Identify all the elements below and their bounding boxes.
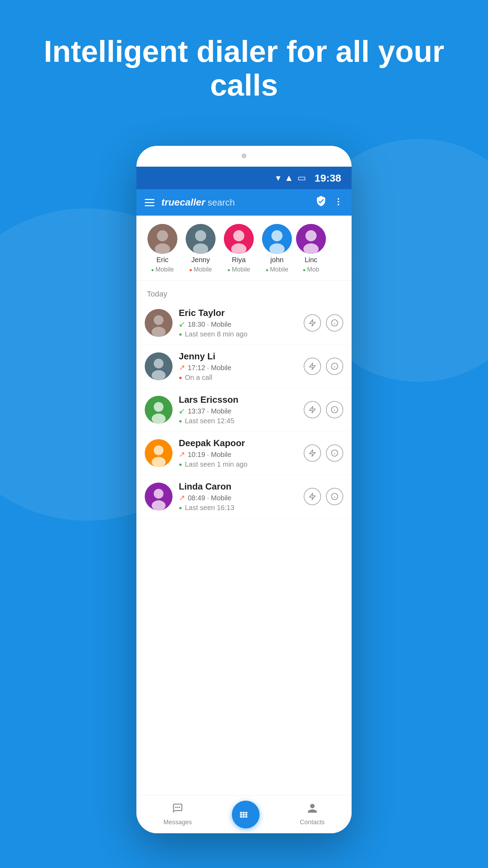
search-field[interactable]: truecaller search xyxy=(161,197,309,208)
section-today: Today xyxy=(136,284,352,301)
info-button-eric-taylor[interactable] xyxy=(326,314,343,332)
svg-marker-42 xyxy=(310,450,315,456)
svg-point-4 xyxy=(157,230,168,241)
svg-rect-56 xyxy=(240,812,242,813)
call-item-eric-taylor[interactable]: Eric Taylor ↙ 18:30 · Mobile ● Last seen… xyxy=(136,301,352,345)
status-text-lars-ericsson: Last seen 12:45 xyxy=(185,417,234,425)
contacts-icon xyxy=(307,803,318,817)
shield-button[interactable] xyxy=(315,195,327,209)
call-avatar-deepak-kapoor xyxy=(145,439,173,467)
call-avatar-eric-taylor xyxy=(145,309,173,337)
call-status-linda-caron: ● Last seen 16:13 xyxy=(179,504,297,512)
call-info-linda-caron: Linda Caron ↗ 08:49 · Mobile ● Last seen… xyxy=(179,481,297,512)
svg-point-26 xyxy=(154,359,163,368)
svg-point-53 xyxy=(175,807,176,808)
status-time: 19:38 xyxy=(314,172,341,184)
battery-icon: ▭ xyxy=(297,173,306,183)
svg-rect-58 xyxy=(245,812,247,813)
flash-button-lars-ericsson[interactable] xyxy=(304,401,321,418)
contact-type-jenny: ● Mobile xyxy=(189,266,212,273)
call-item-deepak-kapoor[interactable]: Deepak Kapoor ↗ 10:19 · Mobile ● Last se… xyxy=(136,432,352,475)
contact-item-linda-partial[interactable]: Linc ● Mob xyxy=(296,224,326,273)
svg-point-1 xyxy=(338,201,339,202)
call-name-deepak-kapoor: Deepak Kapoor xyxy=(179,438,297,449)
search-bar: truecaller search xyxy=(136,189,352,216)
status-text-eric-taylor: Last seen 8 min ago xyxy=(185,330,247,338)
call-avatar-linda-caron xyxy=(145,483,173,510)
svg-point-55 xyxy=(179,807,180,808)
call-status-jenny-li: ● On a call xyxy=(179,374,297,382)
svg-marker-28 xyxy=(310,363,315,369)
svg-point-33 xyxy=(154,402,163,412)
contact-mobile-john: Mobile xyxy=(270,266,288,273)
svg-point-20 xyxy=(152,327,166,337)
contact-item-eric[interactable]: Eric ● Mobile xyxy=(143,224,182,273)
status-dot-eric-taylor: ● xyxy=(179,331,182,337)
call-item-jenny-li[interactable]: Jenny Li ↗ 17:12 · Mobile ● On a call xyxy=(136,345,352,388)
flash-button-jenny-li[interactable] xyxy=(304,358,321,375)
contact-name-john: john xyxy=(270,256,284,264)
avatar-linda-partial xyxy=(296,224,326,254)
contact-type-john: ● Mobile xyxy=(266,266,288,273)
call-info-eric-taylor: Eric Taylor ↙ 18:30 · Mobile ● Last seen… xyxy=(179,308,297,338)
more-options-button[interactable] xyxy=(334,196,343,209)
svg-point-54 xyxy=(177,807,178,808)
call-name-jenny-li: Jenny Li xyxy=(179,351,297,362)
avatar-jenny xyxy=(186,224,216,254)
call-actions-jenny-li xyxy=(304,358,343,375)
divider-contacts xyxy=(136,280,352,281)
svg-point-7 xyxy=(195,230,206,241)
svg-rect-62 xyxy=(240,816,242,818)
svg-point-19 xyxy=(154,315,163,325)
hamburger-menu[interactable] xyxy=(145,199,154,206)
flash-button-linda-caron[interactable] xyxy=(304,488,321,505)
info-button-lars-ericsson[interactable] xyxy=(326,401,343,418)
search-placeholder: search xyxy=(208,197,235,208)
call-meta-eric-taylor: ↙ 18:30 · Mobile xyxy=(179,320,297,329)
info-button-jenny-li[interactable] xyxy=(326,358,343,375)
call-info-jenny-li: Jenny Li ↗ 17:12 · Mobile ● On a call xyxy=(179,351,297,382)
svg-point-40 xyxy=(154,445,163,455)
svg-point-41 xyxy=(152,457,166,467)
contact-mobile-riya: Mobile xyxy=(232,266,250,273)
nav-contacts[interactable]: Contacts xyxy=(300,803,325,826)
call-item-lars-ericsson[interactable]: Lars Ericsson ↙ 13:37 · Mobile ● Last se… xyxy=(136,388,352,432)
svg-point-16 xyxy=(305,230,317,241)
svg-point-27 xyxy=(152,370,166,380)
hero-title: Intelligent dialer for all your calls xyxy=(0,35,488,102)
call-status-eric-taylor: ● Last seen 8 min ago xyxy=(179,330,297,338)
info-button-deepak-kapoor[interactable] xyxy=(326,444,343,462)
contact-name-eric: Eric xyxy=(157,256,168,264)
status-dot-deepak-kapoor: ● xyxy=(179,461,182,468)
call-name-linda-caron: Linda Caron xyxy=(179,481,297,492)
svg-point-2 xyxy=(338,203,339,205)
svg-point-34 xyxy=(152,414,166,424)
flash-button-deepak-kapoor[interactable] xyxy=(304,444,321,462)
svg-marker-49 xyxy=(310,493,315,500)
nav-contacts-label: Contacts xyxy=(300,819,325,826)
call-actions-lars-ericsson xyxy=(304,401,343,418)
status-text-jenny-li: On a call xyxy=(185,374,212,382)
svg-point-0 xyxy=(338,198,339,200)
call-status-lars-ericsson: ● Last seen 12:45 xyxy=(179,417,297,425)
info-button-linda-caron[interactable] xyxy=(326,488,343,505)
dial-fab-button[interactable] xyxy=(232,801,260,828)
call-direction-eric-taylor: ↙ xyxy=(179,320,185,329)
call-meta-linda-caron: ↗ 08:49 · Mobile xyxy=(179,493,297,502)
call-time-lars-ericsson: 13:37 · Mobile xyxy=(188,407,232,415)
call-actions-deepak-kapoor xyxy=(304,444,343,462)
status-dot-lars-ericsson: ● xyxy=(179,418,182,424)
call-meta-lars-ericsson: ↙ 13:37 · Mobile xyxy=(179,407,297,416)
call-time-jenny-li: 17:12 · Mobile xyxy=(188,364,232,372)
contact-item-jenny[interactable]: Jenny ● Mobile xyxy=(182,224,220,273)
flash-button-eric-taylor[interactable] xyxy=(304,314,321,332)
call-item-linda-caron[interactable]: Linda Caron ↗ 08:49 · Mobile ● Last seen… xyxy=(136,475,352,518)
call-status-deepak-kapoor: ● Last seen 1 min ago xyxy=(179,460,297,468)
call-time-linda-caron: 08:49 · Mobile xyxy=(188,494,232,502)
call-list: Eric Taylor ↙ 18:30 · Mobile ● Last seen… xyxy=(136,301,352,518)
nav-messages[interactable]: Messages xyxy=(163,803,192,826)
nav-messages-label: Messages xyxy=(163,819,192,826)
status-dot-riya: ● xyxy=(227,267,230,273)
contact-item-john[interactable]: john ● Mobile xyxy=(258,224,296,273)
contact-item-riya[interactable]: Riya ● Mobile xyxy=(220,224,258,273)
